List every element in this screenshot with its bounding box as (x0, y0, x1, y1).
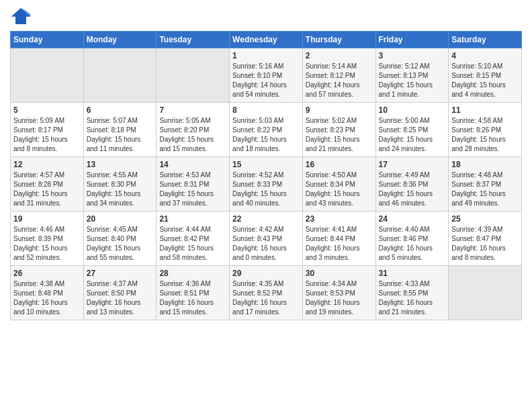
calendar-week-3: 19Sunrise: 4:46 AM Sunset: 8:39 PM Dayli… (11, 212, 522, 266)
calendar-cell: 13Sunrise: 4:55 AM Sunset: 8:30 PM Dayli… (83, 157, 157, 212)
day-number: 3 (379, 51, 446, 60)
logo (10, 7, 34, 26)
day-number: 15 (232, 160, 300, 169)
cell-info: Sunrise: 4:50 AM Sunset: 8:34 PM Dayligh… (306, 171, 373, 208)
cell-info: Sunrise: 5:10 AM Sunset: 8:15 PM Dayligh… (451, 62, 519, 99)
day-number: 2 (306, 51, 373, 60)
cell-info: Sunrise: 4:34 AM Sunset: 8:53 PM Dayligh… (306, 279, 373, 317)
day-number: 20 (87, 214, 154, 224)
cell-info: Sunrise: 4:46 AM Sunset: 8:39 PM Dayligh… (13, 225, 81, 263)
cell-info: Sunrise: 4:38 AM Sunset: 8:48 PM Dayligh… (13, 279, 81, 317)
calendar-cell (157, 48, 230, 103)
svg-marker-0 (11, 8, 31, 24)
calendar-cell: 5Sunrise: 5:09 AM Sunset: 8:17 PM Daylig… (11, 103, 84, 157)
calendar-cell: 15Sunrise: 4:52 AM Sunset: 8:33 PM Dayli… (230, 157, 303, 212)
calendar-cell: 23Sunrise: 4:41 AM Sunset: 8:44 PM Dayli… (302, 212, 375, 266)
cell-info: Sunrise: 4:37 AM Sunset: 8:50 PM Dayligh… (87, 279, 154, 317)
cell-info: Sunrise: 4:49 AM Sunset: 8:36 PM Dayligh… (379, 171, 446, 208)
day-number: 28 (159, 269, 226, 278)
cell-info: Sunrise: 4:57 AM Sunset: 8:28 PM Dayligh… (13, 171, 81, 208)
day-number: 1 (232, 51, 300, 60)
day-number: 23 (306, 214, 373, 224)
cell-info: Sunrise: 4:36 AM Sunset: 8:51 PM Dayligh… (159, 279, 226, 317)
day-number: 17 (379, 160, 446, 169)
day-number: 19 (13, 214, 81, 224)
calendar-cell: 16Sunrise: 4:50 AM Sunset: 8:34 PM Dayli… (302, 157, 375, 212)
calendar-cell: 18Sunrise: 4:48 AM Sunset: 8:37 PM Dayli… (449, 157, 522, 212)
cell-info: Sunrise: 4:48 AM Sunset: 8:37 PM Dayligh… (451, 171, 519, 208)
cell-info: Sunrise: 4:33 AM Sunset: 8:55 PM Dayligh… (379, 279, 446, 317)
cell-info: Sunrise: 5:07 AM Sunset: 8:18 PM Dayligh… (87, 116, 154, 154)
calendar-cell: 20Sunrise: 4:45 AM Sunset: 8:40 PM Dayli… (83, 212, 157, 266)
page-header (10, 7, 522, 26)
day-number: 25 (451, 214, 519, 224)
day-number: 14 (159, 160, 226, 169)
calendar-cell: 29Sunrise: 4:35 AM Sunset: 8:52 PM Dayli… (230, 266, 303, 320)
day-number: 13 (87, 160, 154, 169)
calendar-cell: 28Sunrise: 4:36 AM Sunset: 8:51 PM Dayli… (157, 266, 230, 320)
cell-info: Sunrise: 5:16 AM Sunset: 8:10 PM Dayligh… (232, 62, 300, 99)
weekday-header-monday: Monday (83, 32, 157, 48)
calendar-body: 1Sunrise: 5:16 AM Sunset: 8:10 PM Daylig… (11, 48, 522, 320)
day-number: 6 (87, 105, 154, 115)
cell-info: Sunrise: 5:05 AM Sunset: 8:20 PM Dayligh… (159, 116, 226, 154)
calendar-cell: 12Sunrise: 4:57 AM Sunset: 8:28 PM Dayli… (11, 157, 84, 212)
day-number: 5 (13, 105, 81, 115)
day-number: 10 (379, 105, 446, 115)
cell-info: Sunrise: 5:02 AM Sunset: 8:23 PM Dayligh… (306, 116, 373, 154)
cell-info: Sunrise: 4:55 AM Sunset: 8:30 PM Dayligh… (87, 171, 154, 208)
calendar-table: SundayMondayTuesdayWednesdayThursdayFrid… (10, 31, 522, 320)
day-number: 4 (451, 51, 519, 60)
day-number: 22 (232, 214, 300, 224)
weekday-header-friday: Friday (375, 32, 449, 48)
cell-info: Sunrise: 4:42 AM Sunset: 8:43 PM Dayligh… (232, 225, 300, 263)
calendar-cell: 17Sunrise: 4:49 AM Sunset: 8:36 PM Dayli… (375, 157, 449, 212)
logo-icon (10, 7, 32, 26)
calendar-cell (83, 48, 157, 103)
calendar-week-1: 5Sunrise: 5:09 AM Sunset: 8:17 PM Daylig… (11, 103, 522, 157)
cell-info: Sunrise: 5:12 AM Sunset: 8:13 PM Dayligh… (379, 62, 446, 99)
calendar-cell: 30Sunrise: 4:34 AM Sunset: 8:53 PM Dayli… (302, 266, 375, 320)
day-number: 29 (232, 269, 300, 278)
cell-info: Sunrise: 4:35 AM Sunset: 8:52 PM Dayligh… (232, 279, 300, 317)
calendar-cell (449, 266, 522, 320)
calendar-cell: 22Sunrise: 4:42 AM Sunset: 8:43 PM Dayli… (230, 212, 303, 266)
cell-info: Sunrise: 5:00 AM Sunset: 8:25 PM Dayligh… (379, 116, 446, 154)
day-number: 27 (87, 269, 154, 278)
cell-info: Sunrise: 5:09 AM Sunset: 8:17 PM Dayligh… (13, 116, 81, 154)
calendar-cell: 14Sunrise: 4:53 AM Sunset: 8:31 PM Dayli… (157, 157, 230, 212)
calendar-cell: 27Sunrise: 4:37 AM Sunset: 8:50 PM Dayli… (83, 266, 157, 320)
calendar-cell: 1Sunrise: 5:16 AM Sunset: 8:10 PM Daylig… (230, 48, 303, 103)
day-number: 11 (451, 105, 519, 115)
calendar-cell: 19Sunrise: 4:46 AM Sunset: 8:39 PM Dayli… (11, 212, 84, 266)
calendar-header: SundayMondayTuesdayWednesdayThursdayFrid… (11, 32, 522, 48)
weekday-header-thursday: Thursday (302, 32, 375, 48)
cell-info: Sunrise: 4:41 AM Sunset: 8:44 PM Dayligh… (306, 225, 373, 263)
weekday-header-saturday: Saturday (449, 32, 522, 48)
weekday-header-tuesday: Tuesday (157, 32, 230, 48)
day-number: 31 (379, 269, 446, 278)
day-number: 18 (451, 160, 519, 169)
calendar-week-4: 26Sunrise: 4:38 AM Sunset: 8:48 PM Dayli… (11, 266, 522, 320)
cell-info: Sunrise: 5:14 AM Sunset: 8:12 PM Dayligh… (306, 62, 373, 99)
cell-info: Sunrise: 4:45 AM Sunset: 8:40 PM Dayligh… (87, 225, 154, 263)
day-number: 21 (159, 214, 226, 224)
calendar-cell (11, 48, 84, 103)
day-number: 12 (13, 160, 81, 169)
calendar-cell: 2Sunrise: 5:14 AM Sunset: 8:12 PM Daylig… (302, 48, 375, 103)
calendar-week-0: 1Sunrise: 5:16 AM Sunset: 8:10 PM Daylig… (11, 48, 522, 103)
weekday-header-sunday: Sunday (11, 32, 84, 48)
cell-info: Sunrise: 4:39 AM Sunset: 8:47 PM Dayligh… (451, 225, 519, 263)
calendar-cell: 11Sunrise: 4:58 AM Sunset: 8:26 PM Dayli… (449, 103, 522, 157)
day-number: 26 (13, 269, 81, 278)
cell-info: Sunrise: 4:58 AM Sunset: 8:26 PM Dayligh… (451, 116, 519, 154)
calendar-cell: 7Sunrise: 5:05 AM Sunset: 8:20 PM Daylig… (157, 103, 230, 157)
calendar-cell: 3Sunrise: 5:12 AM Sunset: 8:13 PM Daylig… (375, 48, 449, 103)
calendar-cell: 4Sunrise: 5:10 AM Sunset: 8:15 PM Daylig… (449, 48, 522, 103)
calendar-cell: 8Sunrise: 5:03 AM Sunset: 8:22 PM Daylig… (230, 103, 303, 157)
day-number: 9 (306, 105, 373, 115)
cell-info: Sunrise: 4:53 AM Sunset: 8:31 PM Dayligh… (159, 171, 226, 208)
cell-info: Sunrise: 4:40 AM Sunset: 8:46 PM Dayligh… (379, 225, 446, 263)
weekday-header-wednesday: Wednesday (230, 32, 303, 48)
calendar-cell: 26Sunrise: 4:38 AM Sunset: 8:48 PM Dayli… (11, 266, 84, 320)
